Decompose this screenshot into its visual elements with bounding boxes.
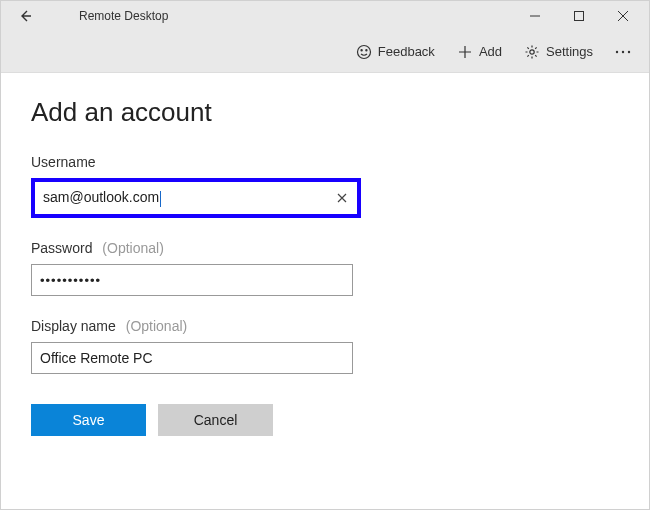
svg-point-6 bbox=[622, 50, 624, 52]
password-field-block: Password (Optional) ••••••••••• bbox=[31, 240, 619, 296]
username-input[interactable]: sam@outlook.com bbox=[31, 178, 361, 218]
close-icon bbox=[618, 11, 628, 21]
x-icon bbox=[337, 193, 347, 203]
clear-input-button[interactable] bbox=[335, 188, 349, 208]
settings-button[interactable]: Settings bbox=[514, 38, 603, 66]
minimize-icon bbox=[530, 11, 540, 21]
gear-icon bbox=[524, 44, 540, 60]
displayname-optional: (Optional) bbox=[126, 318, 187, 334]
save-button[interactable]: Save bbox=[31, 404, 146, 436]
smiley-icon bbox=[356, 44, 372, 60]
text-cursor bbox=[160, 191, 161, 207]
ellipsis-icon bbox=[615, 50, 631, 54]
content-area: Add an account Username sam@outlook.com … bbox=[1, 73, 649, 456]
username-value: sam@outlook.com bbox=[43, 189, 159, 205]
username-field-block: Username sam@outlook.com bbox=[31, 154, 619, 218]
button-row: Save Cancel bbox=[31, 404, 619, 436]
close-button[interactable] bbox=[601, 1, 645, 31]
title-bar: Remote Desktop bbox=[1, 1, 649, 31]
username-label: Username bbox=[31, 154, 96, 170]
page-title: Add an account bbox=[31, 97, 619, 128]
svg-point-1 bbox=[357, 45, 370, 58]
add-button[interactable]: Add bbox=[447, 38, 512, 66]
feedback-button[interactable]: Feedback bbox=[346, 38, 445, 66]
maximize-button[interactable] bbox=[557, 1, 601, 31]
minimize-button[interactable] bbox=[513, 1, 557, 31]
svg-point-4 bbox=[530, 49, 534, 53]
settings-label: Settings bbox=[546, 44, 593, 59]
plus-icon bbox=[457, 44, 473, 60]
window-title: Remote Desktop bbox=[79, 9, 168, 23]
maximize-icon bbox=[574, 11, 584, 21]
command-bar: Feedback Add Settings bbox=[1, 31, 649, 73]
arrow-left-icon bbox=[17, 8, 33, 24]
password-optional: (Optional) bbox=[102, 240, 163, 256]
password-value: ••••••••••• bbox=[40, 273, 344, 288]
displayname-field-block: Display name (Optional) Office Remote PC bbox=[31, 318, 619, 374]
svg-point-3 bbox=[366, 49, 367, 50]
password-label: Password bbox=[31, 240, 92, 256]
displayname-label: Display name bbox=[31, 318, 116, 334]
cancel-button[interactable]: Cancel bbox=[158, 404, 273, 436]
feedback-label: Feedback bbox=[378, 44, 435, 59]
svg-point-5 bbox=[616, 50, 618, 52]
svg-rect-0 bbox=[575, 12, 584, 21]
more-button[interactable] bbox=[605, 50, 641, 54]
password-input[interactable]: ••••••••••• bbox=[31, 264, 353, 296]
svg-point-7 bbox=[628, 50, 630, 52]
displayname-value: Office Remote PC bbox=[40, 350, 344, 366]
back-button[interactable] bbox=[9, 1, 41, 31]
add-label: Add bbox=[479, 44, 502, 59]
svg-point-2 bbox=[361, 49, 362, 50]
displayname-input[interactable]: Office Remote PC bbox=[31, 342, 353, 374]
